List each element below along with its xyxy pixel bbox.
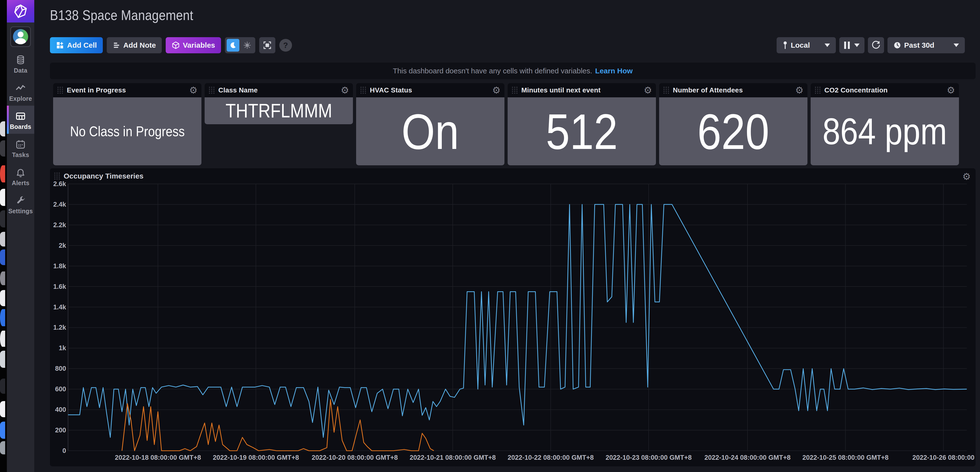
calendar-icon (15, 139, 26, 150)
macos-dock-strip (0, 0, 7, 472)
dock-app-icon[interactable] (0, 121, 5, 136)
drag-handle-icon[interactable] (512, 86, 518, 94)
sidebar-item-data[interactable]: Data (7, 49, 34, 78)
drag-handle-icon[interactable] (815, 86, 821, 94)
add-cell-button[interactable]: Add Cell (50, 37, 103, 53)
time-range-dropdown[interactable]: Past 30d (888, 37, 965, 53)
time-controls: Local Past 30d (776, 37, 965, 53)
timezone-label: Local (791, 41, 810, 49)
stat-value: No Class in Progress (70, 124, 185, 138)
cell-hvac-status: HVAC Status ⚙ On (356, 83, 504, 165)
drag-handle-icon[interactable] (208, 86, 215, 94)
dock-app-icon[interactable] (0, 441, 5, 455)
cell-header: Event in Progress ⚙ (53, 83, 201, 97)
cell-config-gear-icon[interactable]: ⚙ (947, 86, 955, 95)
y-axis-label: 2.6k (50, 180, 66, 188)
cell-config-gear-icon[interactable]: ⚙ (189, 86, 197, 95)
sidebar-item-tasks[interactable]: Tasks (7, 134, 34, 162)
variables-button[interactable]: Variables (166, 37, 221, 53)
add-note-button[interactable]: Add Note (107, 37, 162, 53)
y-axis-label: 2.4k (50, 201, 66, 208)
add-note-label: Add Note (123, 41, 156, 49)
single-stat: 512 (508, 97, 656, 165)
series-orange (122, 399, 434, 451)
presentation-mode-button[interactable] (259, 37, 275, 53)
cell-event-in-progress: Event in Progress ⚙ No Class in Progress (53, 83, 201, 165)
drag-handle-icon[interactable] (663, 86, 670, 94)
dock-app-icon[interactable] (0, 140, 5, 157)
cell-config-gear-icon[interactable]: ⚙ (644, 86, 652, 95)
x-axis-label: 2022-10-25 08:00:00 GMT+8 (802, 454, 888, 461)
drag-handle-icon[interactable] (360, 86, 366, 94)
sidebar-item-explore[interactable]: Explore (7, 78, 34, 106)
cell-header: HVAC Status ⚙ (356, 83, 504, 97)
theme-toggle-group (225, 37, 255, 53)
pause-refresh-dropdown[interactable] (839, 37, 864, 53)
sidebar-item-label: Alerts (12, 179, 29, 187)
series-blue (68, 204, 967, 437)
help-button[interactable]: ? (279, 39, 292, 52)
dock-app-icon[interactable] (0, 232, 5, 247)
x-axis-label: 2022-10-18 08:00:00 GMT+8 (115, 454, 201, 461)
dock-app-icon[interactable] (0, 401, 5, 417)
light-mode-toggle[interactable] (241, 39, 254, 52)
dock-app-icon[interactable] (0, 379, 5, 394)
dock-app-icon[interactable] (0, 271, 5, 285)
sidebar-item-settings[interactable]: Settings (7, 190, 34, 218)
x-axis-label: 2022-10-26 08:00:00 (912, 454, 975, 461)
sidebar-item-label: Tasks (12, 151, 29, 158)
cell-header: CO2 Concentration ⚙ (811, 83, 959, 97)
timezone-dropdown[interactable]: Local (776, 37, 836, 53)
cell-header: Class Name ⚙ (205, 83, 353, 97)
x-axis-label: 2022-10-24 08:00:00 GMT+8 (705, 454, 791, 461)
y-axis-label: 400 (50, 406, 66, 413)
user-avatar[interactable] (10, 27, 31, 47)
help-label: ? (283, 41, 288, 50)
cell-config-gear-icon[interactable]: ⚙ (341, 86, 349, 95)
chevron-down-icon (954, 44, 959, 47)
cube-icon (172, 41, 180, 49)
sidebar-item-boards[interactable]: Boards (7, 106, 34, 134)
cell-config-gear-icon[interactable]: ⚙ (795, 86, 803, 95)
dock-app-icon[interactable] (0, 249, 5, 265)
drag-handle-icon[interactable] (57, 86, 64, 94)
influxdb-logo[interactable] (7, 0, 34, 22)
dock-app-icon[interactable] (0, 165, 5, 182)
cell-class-name: Class Name ⚙ THTRFLMMM (205, 83, 353, 124)
learn-how-link[interactable]: Learn How (595, 67, 633, 75)
cell-config-gear-icon[interactable]: ⚙ (492, 86, 501, 95)
single-stat: On (356, 97, 504, 165)
dock-app-icon[interactable] (0, 189, 5, 206)
refresh-icon (871, 41, 881, 50)
timeseries-plot[interactable] (50, 168, 975, 466)
single-stat: 620 (659, 97, 807, 165)
stat-value: 864 ppm (822, 113, 947, 150)
active-indicator (7, 106, 9, 134)
refresh-button[interactable] (868, 37, 884, 53)
pin-icon (783, 41, 788, 49)
moon-icon (229, 41, 237, 49)
dock-app-icon[interactable] (0, 309, 5, 326)
stat-value: On (401, 106, 459, 157)
x-axis-label: 2022-10-22 08:00:00 GMT+8 (508, 454, 594, 461)
dock-app-icon[interactable] (0, 351, 5, 368)
add-cell-icon (56, 41, 64, 49)
y-axis-label: 1k (50, 344, 66, 352)
x-axis-label: 2022-10-21 08:00:00 GMT+8 (410, 454, 496, 461)
stat-value: 620 (697, 106, 769, 157)
add-cell-label: Add Cell (67, 41, 97, 49)
dock-app-icon[interactable] (0, 421, 5, 439)
sidebar-item-alerts[interactable]: Alerts (7, 162, 34, 190)
cube-logo-icon (13, 4, 28, 19)
dock-app-icon[interactable] (0, 290, 5, 306)
sidebar-item-label: Boards (10, 123, 31, 130)
y-axis-label: 1.6k (50, 283, 66, 291)
dock-app-icon[interactable] (0, 210, 5, 227)
cell-header: Number of Attendees ⚙ (659, 83, 807, 97)
dock-app-icon[interactable] (0, 331, 5, 347)
y-axis-label: 600 (50, 385, 66, 393)
cell-title: Class Name (218, 86, 258, 94)
x-axis-label: 2022-10-19 08:00:00 GMT+8 (213, 454, 299, 461)
dark-mode-toggle[interactable] (227, 39, 239, 52)
y-axis-label: 2.2k (50, 221, 66, 229)
